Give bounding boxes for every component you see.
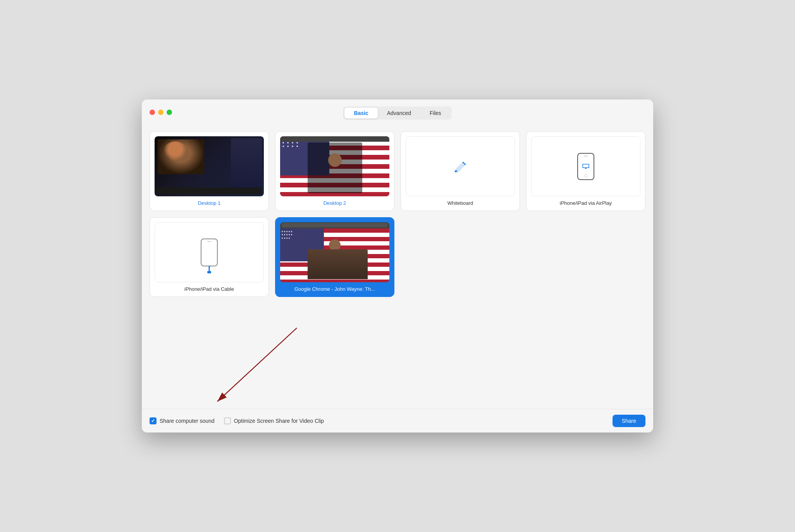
cable-label: iPhone/iPad via Cable bbox=[184, 286, 234, 292]
share-sound-checkbox-item[interactable]: Share computer sound bbox=[150, 417, 215, 424]
chrome-label: Google Chrome - John Wayne: Th... bbox=[294, 286, 375, 292]
title-bar: Basic Advanced Files bbox=[142, 100, 653, 125]
share-button[interactable]: Share bbox=[613, 415, 645, 427]
whiteboard-preview bbox=[406, 136, 515, 196]
screen-share-window: Basic Advanced Files Desktop 1 bbox=[142, 100, 653, 432]
tab-bar: Basic Advanced Files bbox=[343, 106, 451, 120]
bottom-bar: Share computer sound Optimize Screen Sha… bbox=[142, 409, 653, 432]
share-sound-label: Share computer sound bbox=[160, 418, 215, 424]
whiteboard-label: Whiteboard bbox=[447, 200, 473, 206]
tab-advanced[interactable]: Advanced bbox=[378, 108, 420, 118]
cable-icon bbox=[201, 231, 218, 274]
close-button[interactable] bbox=[150, 110, 155, 115]
desktop1-thumbnail bbox=[155, 136, 264, 196]
card-desktop1[interactable]: Desktop 1 bbox=[150, 131, 269, 211]
card-airplay[interactable]: iPhone/iPad via AirPlay bbox=[526, 131, 645, 211]
tab-basic[interactable]: Basic bbox=[344, 108, 377, 118]
card-cable[interactable]: iPhone/iPad via Cable bbox=[150, 217, 269, 297]
card-desktop2[interactable]: ★ ★ ★ ★★ ★ ★ ★★ ★ ★ ★ Desktop 2 bbox=[275, 131, 394, 211]
airplay-preview bbox=[531, 136, 640, 196]
minimize-button[interactable] bbox=[158, 110, 163, 115]
card-chrome[interactable]: ★★★★★★★★★★★★★★ Google Chrome - John Wayn… bbox=[275, 217, 394, 297]
airplay-icon bbox=[577, 153, 594, 180]
whiteboard-icon bbox=[449, 155, 472, 178]
airplay-label: iPhone/iPad via AirPlay bbox=[560, 200, 612, 206]
spacer-2 bbox=[526, 217, 645, 297]
desktop2-label: Desktop 2 bbox=[324, 200, 346, 206]
cable-preview bbox=[155, 222, 264, 282]
spacer-1 bbox=[401, 217, 520, 297]
content-area: Desktop 1 ★ ★ ★ ★★ ★ ★ ★★ ★ ★ ★ bbox=[142, 125, 653, 409]
svg-line-2 bbox=[217, 328, 297, 402]
optimize-checkbox[interactable] bbox=[224, 417, 231, 424]
grid-row-1: Desktop 1 ★ ★ ★ ★★ ★ ★ ★★ ★ ★ ★ bbox=[150, 131, 645, 211]
chrome-preview: ★★★★★★★★★★★★★★ bbox=[280, 222, 389, 282]
desktop2-preview: ★ ★ ★ ★★ ★ ★ ★★ ★ ★ ★ bbox=[280, 136, 389, 196]
whiteboard-inner bbox=[406, 136, 515, 196]
share-sound-checkbox[interactable] bbox=[150, 417, 157, 424]
card-whiteboard[interactable]: Whiteboard bbox=[401, 131, 520, 211]
traffic-lights bbox=[150, 110, 172, 115]
optimize-checkbox-item[interactable]: Optimize Screen Share for Video Clip bbox=[224, 417, 324, 424]
maximize-button[interactable] bbox=[167, 110, 172, 115]
desktop1-face bbox=[158, 139, 204, 174]
desktop1-preview bbox=[155, 136, 264, 196]
optimize-label: Optimize Screen Share for Video Clip bbox=[234, 418, 324, 424]
airplay-inner bbox=[531, 136, 640, 196]
tab-files[interactable]: Files bbox=[420, 108, 451, 118]
desktop1-label: Desktop 1 bbox=[198, 200, 221, 206]
grid-row-2: iPhone/iPad via Cable ★★★★★★★★★★★★★★ bbox=[150, 217, 645, 297]
cable-inner bbox=[155, 222, 264, 282]
